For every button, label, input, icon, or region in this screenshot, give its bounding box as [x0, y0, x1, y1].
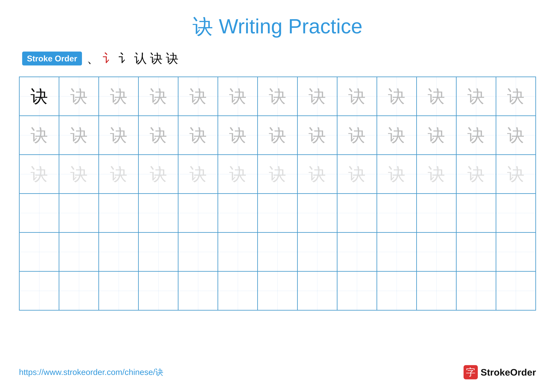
- grid-cell: [377, 232, 416, 271]
- grid-cell: 诀: [99, 155, 139, 193]
- grid-cell: [377, 271, 416, 310]
- cell-character: 诀: [229, 85, 247, 108]
- cell-character: 诀: [269, 123, 286, 147]
- grid-cell: [218, 232, 258, 271]
- cell-character: 诀: [150, 123, 167, 147]
- stroke-order-badge: Stroke Order: [22, 51, 82, 65]
- grid-cell: 诀: [59, 116, 99, 155]
- grid-cell: 诀: [19, 77, 59, 116]
- cell-character: 诀: [110, 85, 127, 108]
- grid-cell: 诀: [258, 116, 297, 155]
- grid-cell: 诀: [416, 116, 456, 155]
- grid-cell: 诀: [139, 155, 178, 193]
- grid-cell: [218, 271, 258, 310]
- grid-cell: 诀: [377, 77, 416, 116]
- cell-character: 诀: [70, 162, 88, 186]
- cell-character: 诀: [348, 123, 366, 147]
- cell-character: 诀: [70, 85, 88, 108]
- cell-character: 诀: [269, 85, 286, 108]
- grid-cell: 诀: [297, 116, 337, 155]
- cell-character: 诀: [110, 162, 127, 186]
- cell-character: 诀: [70, 123, 88, 147]
- grid-cell: 诀: [19, 155, 59, 193]
- logo-char: 字: [466, 366, 475, 379]
- grid-cell: 诀: [178, 77, 218, 116]
- cell-character: 诀: [428, 85, 445, 108]
- cell-character: 诀: [229, 123, 247, 147]
- cell-character: 诀: [229, 162, 247, 186]
- grid-cell: [377, 193, 416, 232]
- cell-character: 诀: [30, 123, 48, 147]
- page-title: 诀 Writing Practice: [19, 13, 536, 41]
- cell-character: 诀: [308, 123, 326, 147]
- grid-cell: [139, 232, 178, 271]
- grid-cell: [178, 271, 218, 310]
- logo-text: StrokeOrder: [481, 367, 536, 378]
- grid-cell: 诀: [19, 116, 59, 155]
- grid-cell: [19, 193, 59, 232]
- cell-character: 诀: [269, 162, 286, 186]
- grid-cell: [456, 232, 496, 271]
- cell-character: 诀: [467, 123, 485, 147]
- grid-cell: [59, 232, 99, 271]
- cell-character: 诀: [150, 85, 167, 108]
- grid-cell: 诀: [456, 155, 496, 193]
- stroke-4: 认: [134, 50, 147, 67]
- cell-character: 诀: [30, 162, 48, 186]
- grid-cell: [416, 232, 456, 271]
- grid-cell: 诀: [218, 155, 258, 193]
- grid-cell: [258, 193, 297, 232]
- grid-cell: 诀: [496, 116, 536, 155]
- cell-character: 诀: [308, 85, 326, 108]
- grid-cell: [496, 193, 536, 232]
- grid-cell: [99, 271, 139, 310]
- grid-cell: 诀: [416, 155, 456, 193]
- stroke-1: 、: [87, 50, 99, 67]
- grid-cell: [99, 232, 139, 271]
- grid-cell: [178, 193, 218, 232]
- grid-cell: [59, 193, 99, 232]
- stroke-3: 讠: [118, 50, 131, 67]
- footer-url: https://www.strokeorder.com/chinese/诀: [19, 367, 163, 378]
- cell-character: 诀: [388, 85, 405, 108]
- cell-character: 诀: [150, 162, 167, 186]
- grid-cell: 诀: [99, 116, 139, 155]
- grid-cell: 诀: [297, 155, 337, 193]
- grid-cell: [218, 193, 258, 232]
- title-text: 诀 Writing Practice: [193, 15, 362, 38]
- grid-cell: [258, 271, 297, 310]
- cell-character: 诀: [428, 123, 445, 147]
- cell-character: 诀: [388, 123, 405, 147]
- grid-cell: 诀: [258, 77, 297, 116]
- grid-cell: [178, 232, 218, 271]
- stroke-sequence: 、 讠 讠 认 诀 诀: [87, 50, 178, 67]
- grid-cell: [416, 193, 456, 232]
- grid-cell: [416, 271, 456, 310]
- cell-character: 诀: [507, 85, 525, 108]
- cell-character: 诀: [348, 85, 366, 108]
- grid-cell: 诀: [377, 155, 416, 193]
- grid-cell: 诀: [456, 77, 496, 116]
- grid-cell: 诀: [258, 155, 297, 193]
- grid-cell: [59, 271, 99, 310]
- grid-cell: 诀: [456, 116, 496, 155]
- cell-character: 诀: [189, 162, 207, 186]
- grid-cell: 诀: [178, 116, 218, 155]
- stroke-5: 诀: [150, 50, 163, 67]
- grid-cell: 诀: [496, 77, 536, 116]
- grid-cell: [456, 271, 496, 310]
- grid-cell: [496, 232, 536, 271]
- cell-character: 诀: [308, 162, 326, 186]
- practice-grid: 诀诀诀诀诀诀诀诀诀诀诀诀诀诀诀诀诀诀诀诀诀诀诀诀诀诀诀诀诀诀诀诀诀诀诀诀诀诀诀: [19, 77, 536, 311]
- stroke-2: 讠: [102, 50, 115, 67]
- cell-character: 诀: [507, 123, 525, 147]
- grid-cell: 诀: [297, 77, 337, 116]
- grid-cell: [496, 271, 536, 310]
- logo-icon: 字: [464, 365, 478, 379]
- page: 诀 Writing Practice Stroke Order 、 讠 讠 认 …: [0, 0, 555, 392]
- grid-cell: 诀: [496, 155, 536, 193]
- grid-cell: [297, 271, 337, 310]
- grid-cell: [337, 271, 377, 310]
- grid-cell: [297, 232, 337, 271]
- cell-character: 诀: [467, 85, 485, 108]
